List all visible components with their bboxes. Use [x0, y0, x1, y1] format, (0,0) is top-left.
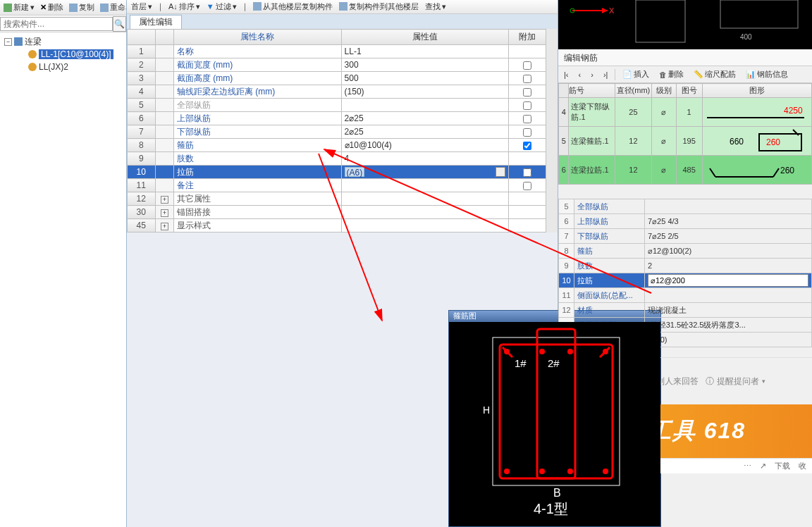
scrollbar[interactable]: [546, 29, 558, 232]
stirrup-diagram-panel: 箍筋图 1# 2# H B 4-1型: [448, 310, 661, 527]
rebar-row[interactable]: 4连梁下部纵筋.125⌀14250: [559, 98, 812, 127]
rebar-row[interactable]: 6连梁拉筋.112⌀485260: [559, 156, 812, 185]
svg-point-10: [567, 469, 573, 474]
share-icon[interactable]: ↗: [760, 461, 766, 471]
property-row[interactable]: 7下部纵筋2⌀25: [128, 125, 546, 139]
attach-checkbox[interactable]: [523, 168, 531, 177]
svg-text:H: H: [483, 404, 490, 416]
beam-icon: [14, 37, 23, 46]
delete-rebar-button[interactable]: 🗑删除: [656, 68, 687, 80]
svg-text:260: 260: [766, 137, 780, 147]
property-row[interactable]: 1名称LL-1: [128, 45, 546, 58]
svg-rect-22: [636, 0, 685, 42]
property-row[interactable]: 12材质现浇混凝土: [559, 303, 812, 318]
rebar-table: 筋号 直径(mm) 级别 图号 图形 4连梁下部纵筋.125⌀142505连梁箍…: [558, 83, 812, 185]
rebar-icon: [28, 50, 37, 58]
svg-point-7: [539, 349, 545, 354]
property-input[interactable]: [648, 274, 808, 287]
property-row[interactable]: 9肢数2: [559, 259, 812, 273]
svg-point-8: [567, 349, 573, 354]
svg-rect-23: [720, 0, 798, 28]
svg-text:400: 400: [740, 33, 752, 41]
tree-item[interactable]: LL(JX)2: [1, 61, 125, 73]
rebar-icon: [28, 63, 37, 71]
col-name-header: 属性名称: [173, 30, 341, 45]
tree-node-label[interactable]: 连梁: [25, 36, 42, 48]
property-row[interactable]: 7下部纵筋7⌀25 2/5: [559, 229, 812, 244]
svg-line-32: [710, 168, 715, 177]
cad-viewport[interactable]: X 400: [558, 0, 812, 49]
find-button[interactable]: 查找▾: [423, 1, 448, 12]
copy-to-button[interactable]: 复制构件到其他楼层: [337, 1, 421, 12]
attach-checkbox[interactable]: [523, 182, 531, 190]
attach-checkbox[interactable]: [523, 88, 531, 97]
property-row[interactable]: 4轴线距梁左边线距离 (mm)(150): [128, 85, 546, 99]
tree-item[interactable]: LL-1[C10@100(4)]: [1, 48, 125, 61]
tree-collapse-icon[interactable]: −: [4, 38, 12, 46]
property-row[interactable]: 10拉筋(A6)…: [128, 166, 546, 179]
rename-button[interactable]: 重命名: [98, 2, 126, 13]
property-row[interactable]: 6上部纵筋2⌀25: [128, 112, 546, 125]
tab-properties[interactable]: 属性编辑: [130, 15, 182, 29]
svg-text:4-1型: 4-1型: [534, 501, 568, 516]
property-table: 属性名称 属性值 附加 1名称LL-12截面宽度 (mm)3003截面高度 (m…: [127, 29, 546, 232]
copy-from-button[interactable]: 从其他楼层复制构件: [251, 1, 335, 12]
attach-checkbox[interactable]: [523, 101, 531, 110]
svg-text:660: 660: [730, 137, 744, 147]
collect-link[interactable]: 收: [799, 461, 806, 471]
property-row[interactable]: 12+其它属性: [128, 192, 546, 206]
property-row[interactable]: 30+锚固搭接: [128, 206, 546, 219]
svg-line-33: [773, 168, 779, 177]
property-row[interactable]: 10拉筋: [559, 273, 812, 288]
filter-button[interactable]: ▼过滤▾: [204, 1, 239, 12]
attach-checkbox[interactable]: [523, 75, 531, 83]
svg-point-6: [603, 469, 608, 474]
delete-button[interactable]: ✕删除: [38, 2, 66, 13]
svg-text:B: B: [553, 487, 561, 499]
property-row[interactable]: 2截面宽度 (mm)300: [128, 58, 546, 72]
col-attach-header: 附加: [509, 30, 546, 45]
search-input[interactable]: [0, 17, 113, 31]
rebar-toolbar: |‹ ‹ › ›| 📄插入 🗑删除 📏缩尺配筋 📊钢筋信息: [558, 66, 812, 83]
property-row[interactable]: 5全部纵筋: [128, 99, 546, 112]
property-row[interactable]: 5全部纵筋: [559, 199, 812, 214]
attach-checkbox[interactable]: [523, 128, 531, 137]
more-icon[interactable]: ⋯: [744, 461, 751, 471]
rebar-panel-title: 编辑钢筋: [558, 49, 812, 66]
component-tree: − 连梁 LL-1[C10@100(4)] LL(JX)2: [0, 32, 126, 527]
attach-checkbox[interactable]: [523, 61, 531, 70]
attach-checkbox[interactable]: [523, 115, 531, 123]
nav-last[interactable]: ›|: [601, 70, 611, 80]
property-row[interactable]: 8箍筋⌀12@100(2): [559, 244, 812, 259]
property-row[interactable]: 9肢数4: [128, 152, 546, 166]
floor-combo[interactable]: 首层 ▾: [129, 1, 154, 12]
nav-prev[interactable]: ‹: [576, 70, 584, 80]
attach-checkbox[interactable]: [523, 142, 531, 150]
mid-toolbar: 首层 ▾｜ A↓ 排序▾ ▼过滤▾｜ 从其他楼层复制构件 复制构件到其他楼层 查…: [127, 0, 558, 14]
svg-line-11: [503, 347, 512, 357]
rebar-info-button[interactable]: 📊钢筋信息: [743, 68, 791, 80]
property-row[interactable]: 8箍筋⌀10@100(4): [128, 139, 546, 152]
new-button[interactable]: 新建▾: [1, 2, 37, 13]
copy-button[interactable]: 复制: [67, 2, 97, 13]
search-button[interactable]: 🔍: [113, 16, 126, 32]
property-row[interactable]: 11侧面纵筋(总配...: [559, 288, 812, 303]
nav-first[interactable]: |‹: [561, 70, 572, 80]
nav-next[interactable]: ›: [588, 70, 596, 80]
rebar-row[interactable]: 5连梁箍筋.112⌀195660260: [559, 127, 812, 156]
property-row[interactable]: 6上部纵筋7⌀25 4/3: [559, 214, 812, 229]
svg-point-5: [504, 469, 510, 474]
sort-button[interactable]: A↓ 排序▾: [166, 1, 202, 12]
property-row[interactable]: 3截面高度 (mm)500: [128, 72, 546, 85]
insert-button[interactable]: 📄插入: [620, 68, 652, 80]
svg-text:X: X: [609, 6, 615, 15]
svg-point-9: [539, 469, 545, 474]
svg-line-12: [600, 347, 610, 357]
property-row[interactable]: 45+显示样式: [128, 219, 546, 232]
property-row[interactable]: 11备注: [128, 179, 546, 192]
download-link[interactable]: 下载: [775, 461, 790, 471]
svg-text:2#: 2#: [548, 357, 560, 369]
remind-link[interactable]: ⓘ 提醒提问者▾: [706, 376, 765, 388]
svg-text:1#: 1#: [515, 357, 527, 369]
scale-rebar-button[interactable]: 📏缩尺配筋: [691, 68, 739, 80]
